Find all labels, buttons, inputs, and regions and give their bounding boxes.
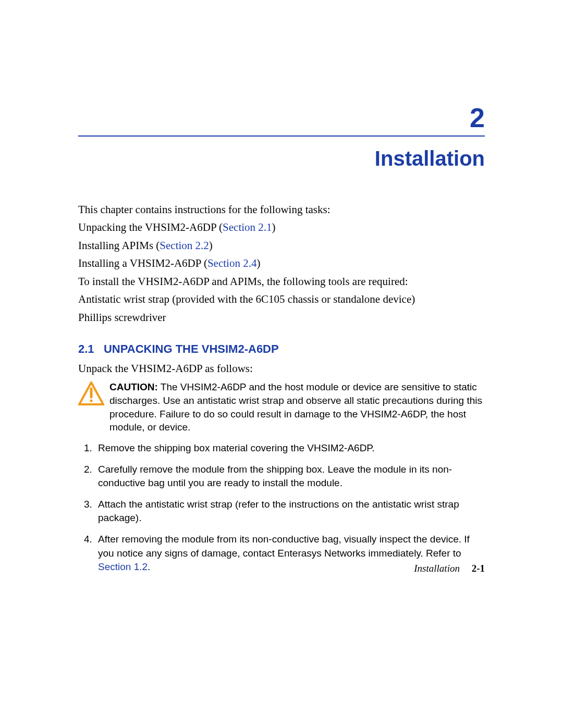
chapter-rule — [78, 135, 485, 137]
caution-block: CAUTION: The VHSIM2-A6DP and the host mo… — [78, 380, 485, 434]
task-text: Installing a VHSIM2-A6DP ( — [78, 257, 207, 269]
svg-point-2 — [90, 400, 92, 402]
footer-name: Installation — [414, 563, 460, 574]
task-text: Unpacking the VHSIM2-A6DP ( — [78, 221, 223, 233]
step4-pre: After removing the module from its non-c… — [98, 534, 470, 559]
chapter-title: Installation — [78, 147, 485, 170]
caution-text: CAUTION: The VHSIM2-A6DP and the host mo… — [109, 380, 485, 434]
step-item: Attach the antistatic wrist strap (refer… — [95, 498, 485, 525]
section-heading: 2.1 UNPACKING THE VHSIM2-A6DP — [78, 341, 485, 357]
intro-lead: This chapter contains instructions for t… — [78, 202, 485, 217]
step-list: Remove the shipping box material coverin… — [78, 441, 485, 574]
caution-icon — [78, 381, 104, 410]
section-link[interactable]: Section 2.2 — [160, 239, 209, 252]
section-link[interactable]: Section 2.4 — [207, 257, 257, 269]
tool-item: Antistatic wrist strap (provided with th… — [78, 291, 485, 307]
section-title: UNPACKING THE VHSIM2-A6DP — [104, 342, 279, 355]
task-tail: ) — [209, 239, 213, 252]
task-tail: ) — [256, 257, 260, 269]
task-item: Installing APIMs (Section 2.2) — [78, 238, 485, 253]
task-item: Unpacking the VHSIM2-A6DP (Section 2.1) — [78, 219, 485, 235]
step-item: Carefully remove the module from the shi… — [95, 463, 485, 490]
chapter-number: 2 — [78, 104, 485, 131]
section-link[interactable]: Section 2.1 — [223, 221, 272, 233]
tools-lead: To install the VHSIM2-A6DP and APIMs, th… — [78, 274, 485, 289]
caution-label: CAUTION: — [109, 381, 158, 392]
section-lead: Unpack the VHSIM2-A6DP as follows: — [78, 361, 485, 376]
tool-item: Phillips screwdriver — [78, 310, 485, 325]
step-item: Remove the shipping box material coverin… — [95, 441, 485, 455]
page-footer: Installation 2-1 — [78, 563, 485, 574]
task-item: Installing a VHSIM2-A6DP (Section 2.4) — [78, 255, 485, 271]
footer-page-number: 2-1 — [472, 563, 485, 574]
section-number: 2.1 — [78, 342, 94, 355]
task-text: Installing APIMs ( — [78, 239, 160, 252]
task-tail: ) — [272, 221, 276, 233]
caution-body: The VHSIM2-A6DP and the host module or d… — [109, 381, 482, 433]
